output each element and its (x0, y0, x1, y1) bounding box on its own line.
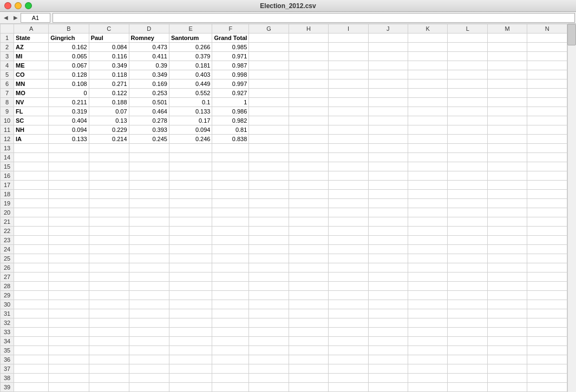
cell-empty[interactable] (212, 383, 249, 392)
cell-empty[interactable] (14, 245, 49, 254)
cell-empty[interactable] (487, 208, 527, 217)
cell-a2[interactable]: AZ (14, 43, 49, 52)
cell-C7[interactable]: 0.122 (89, 89, 129, 98)
cell-empty[interactable] (14, 208, 49, 217)
cell-empty[interactable] (527, 171, 567, 181)
cell-empty[interactable] (169, 190, 212, 199)
cell-empty[interactable] (89, 273, 129, 282)
cell-empty[interactable] (89, 162, 129, 171)
cell-empty[interactable] (249, 383, 289, 392)
cell-B2[interactable]: 0.162 (49, 43, 89, 52)
table-row-empty[interactable]: 23 (1, 236, 567, 245)
cell-empty[interactable] (448, 52, 487, 61)
cell-empty[interactable] (527, 346, 567, 355)
col-header-j[interactable]: J (368, 24, 408, 34)
cell-D4[interactable]: 0.39 (129, 61, 169, 70)
cell-F7[interactable]: 0.927 (212, 89, 249, 98)
cell-empty[interactable] (368, 318, 408, 328)
cell-empty[interactable] (289, 245, 328, 254)
cell-empty[interactable] (212, 162, 249, 171)
cell-empty[interactable] (249, 125, 289, 135)
cell-empty[interactable] (14, 346, 49, 355)
cell-empty[interactable] (329, 217, 368, 227)
cell-empty[interactable] (289, 346, 328, 355)
table-row[interactable]: 11NH0.0940.2290.3930.0940.81 (1, 125, 567, 135)
cell-empty[interactable] (527, 70, 567, 79)
cell-empty[interactable] (487, 346, 527, 355)
cell-E9[interactable]: 0.133 (169, 107, 212, 116)
cell-empty[interactable] (169, 208, 212, 217)
table-row-empty[interactable]: 36 (1, 355, 567, 364)
cell-empty[interactable] (129, 291, 169, 300)
cell-empty[interactable] (408, 144, 448, 153)
cell-empty[interactable] (49, 245, 89, 254)
table-row-empty[interactable]: 15 (1, 162, 567, 171)
cell-empty[interactable] (212, 309, 249, 318)
table-row-empty[interactable]: 19 (1, 199, 567, 208)
cell-empty[interactable] (49, 162, 89, 171)
cell-empty[interactable] (329, 34, 368, 43)
cell-empty[interactable] (49, 144, 89, 153)
cell-empty[interactable] (129, 337, 169, 346)
cell-empty[interactable] (408, 337, 448, 346)
cell-empty[interactable] (527, 245, 567, 254)
cell-empty[interactable] (408, 254, 448, 263)
cell-empty[interactable] (329, 98, 368, 107)
cell-F11[interactable]: 0.81 (212, 125, 249, 135)
cell-a4[interactable]: ME (14, 61, 49, 70)
table-row-empty[interactable]: 24 (1, 245, 567, 254)
cell-empty[interactable] (14, 273, 49, 282)
cell-empty[interactable] (448, 374, 487, 383)
col-header-f[interactable]: F (212, 24, 249, 34)
cell-empty[interactable] (249, 107, 289, 116)
cell-empty[interactable] (329, 199, 368, 208)
cell-empty[interactable] (289, 98, 328, 107)
cell-empty[interactable] (249, 273, 289, 282)
table-row-empty[interactable]: 38 (1, 374, 567, 383)
cell-empty[interactable] (487, 162, 527, 171)
cell-empty[interactable] (329, 125, 368, 135)
cell-empty[interactable] (408, 364, 448, 374)
cell-empty[interactable] (368, 245, 408, 254)
cell-empty[interactable] (408, 162, 448, 171)
cell-empty[interactable] (448, 181, 487, 190)
cell-empty[interactable] (527, 254, 567, 263)
cell-empty[interactable] (89, 355, 129, 364)
cell-empty[interactable] (527, 144, 567, 153)
cell-empty[interactable] (49, 227, 89, 236)
cell-empty[interactable] (527, 190, 567, 199)
cell-empty[interactable] (329, 263, 368, 273)
cell-empty[interactable] (289, 89, 328, 98)
cell-empty[interactable] (249, 171, 289, 181)
cell-E11[interactable]: 0.094 (169, 125, 212, 135)
cell-empty[interactable] (329, 153, 368, 162)
cell-empty[interactable] (289, 227, 328, 236)
cell-B4[interactable]: 0.067 (49, 61, 89, 70)
cell-empty[interactable] (527, 318, 567, 328)
table-row[interactable]: 8NV0.2110.1880.5010.11 (1, 98, 567, 107)
cell-empty[interactable] (487, 43, 527, 52)
cell-empty[interactable] (368, 52, 408, 61)
cell-empty[interactable] (14, 171, 49, 181)
window-controls[interactable] (4, 2, 32, 9)
cell-empty[interactable] (448, 346, 487, 355)
cell-empty[interactable] (448, 107, 487, 116)
cell-empty[interactable] (448, 282, 487, 291)
cell-empty[interactable] (368, 70, 408, 79)
cell-empty[interactable] (169, 171, 212, 181)
cell-F5[interactable]: 0.998 (212, 70, 249, 79)
cell-empty[interactable] (249, 144, 289, 153)
cell-empty[interactable] (249, 98, 289, 107)
cell-empty[interactable] (408, 236, 448, 245)
cell-empty[interactable] (212, 355, 249, 364)
cell-empty[interactable] (448, 254, 487, 263)
cell-empty[interactable] (527, 153, 567, 162)
cell-empty[interactable] (527, 116, 567, 125)
col-header-c[interactable]: C (89, 24, 129, 34)
cell-empty[interactable] (129, 181, 169, 190)
cell-empty[interactable] (368, 364, 408, 374)
cell-empty[interactable] (212, 171, 249, 181)
cell-empty[interactable] (487, 318, 527, 328)
cell-empty[interactable] (448, 300, 487, 309)
table-row-empty[interactable]: 37 (1, 364, 567, 374)
